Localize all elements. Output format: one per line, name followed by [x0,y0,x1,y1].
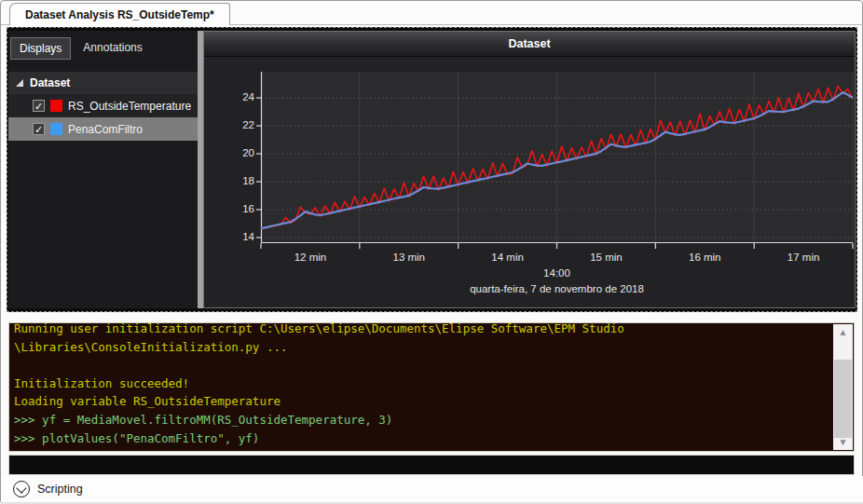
x-axis-context-label: quarta-feira, 7 de novembro de 2018 [470,283,644,294]
console-line: >>> yf = MediaMovel.filtroMM(RS_OutsideT… [14,411,829,429]
console-line: Initialization succeeded! [14,375,829,393]
collapse-scripting-button[interactable] [13,481,30,497]
series-color-swatch[interactable] [50,100,62,112]
x-axis-tick-label: 13 min [392,252,425,263]
y-axis-tick-label: 18 [223,175,254,186]
document-tab[interactable]: Dataset Analysis RS_OutsideTemp* [9,3,230,25]
y-axis-tick-label: 22 [223,119,254,130]
document-tabstrip: Dataset Analysis RS_OutsideTemp* [1,1,863,25]
console-input-field[interactable] [8,455,855,475]
y-axis-tick-label: 14 [223,231,254,242]
app-window: Dataset Analysis RS_OutsideTemp* Display… [0,0,863,504]
document-tab-title: Dataset Analysis RS_OutsideTemp* [25,8,214,21]
console-line: Loading variable RS_OutsideTemperature [14,392,829,411]
console-scrollbar[interactable]: ▲ ▼ [833,324,853,450]
chevron-down-icon [16,483,26,493]
chart-canvas[interactable] [261,72,853,243]
scripting-footer: Scripting [1,476,863,502]
tree-item-list: ✓RS_OutsideTemperature✓PenaComFiltro [8,94,198,141]
x-axis-tick-label: 15 min [590,252,623,263]
panel-tab-bar: Displays Annotations [8,31,198,65]
scripting-label: Scripting [37,483,83,496]
x-axis-tick-label: 16 min [689,252,721,263]
tree-item-RS_OutsideTemperature[interactable]: ✓RS_OutsideTemperature [8,94,198,117]
console-line: \Libraries\ConsoleInitialization.py ... [14,338,829,357]
y-axis-tick-label: 24 [223,91,254,102]
console-line: Running user initialization script C:\Us… [14,322,829,338]
x-axis-tick-label: 14 min [491,252,524,263]
y-axis-tick-label: 20 [223,147,254,158]
console-text: Running user initialization script C:\Us… [14,322,829,447]
scroll-down-icon[interactable]: ▼ [833,434,853,450]
x-axis-context-label: 14:00 [543,267,570,279]
console-line [14,356,829,375]
chart-plot-area[interactable] [261,72,853,243]
chart-title: Dataset [204,32,855,57]
tab-displays[interactable]: Displays [10,37,71,60]
checkbox[interactable]: ✓ [33,123,45,135]
tree-root-dataset[interactable]: Dataset [8,72,198,94]
x-axis-tick-label: 17 min [788,252,820,263]
tree-item-PenaComFiltro[interactable]: ✓PenaComFiltro [8,117,198,141]
series-color-swatch[interactable] [50,123,62,135]
tree-item-label: RS_OutsideTemperature [68,100,191,113]
chart-panel: Dataset 14161820222412 min13 min14 min15… [203,31,856,308]
tab-annotations[interactable]: Annotations [75,37,150,60]
tree-root-label: Dataset [30,76,70,89]
scroll-up-icon[interactable]: ▲ [833,324,853,340]
scrollbar-thumb[interactable] [834,360,852,438]
tree-item-label: PenaComFiltro [68,123,143,136]
python-console-output[interactable]: Running user initialization script C:\Us… [8,322,855,452]
tree-expander-icon[interactable] [16,79,23,87]
console-line: >>> plotValues("PenaComFiltro", yf) [14,429,829,448]
checkbox[interactable]: ✓ [33,100,45,112]
displays-panel: Displays Annotations Dataset ✓RS_Outside… [8,31,198,308]
y-axis-tick-label: 16 [223,203,254,214]
x-axis-tick-label: 12 min [295,252,327,263]
